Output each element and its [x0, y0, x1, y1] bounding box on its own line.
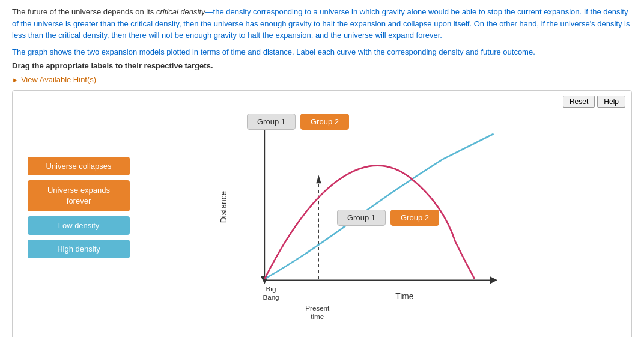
instruction-paragraph2: The graph shows the two expansion models… — [12, 46, 632, 58]
svg-marker-3 — [316, 175, 321, 184]
big-bang-label: Big — [266, 285, 276, 293]
hint-link[interactable]: ► View Available Hint(s) — [12, 75, 632, 84]
group2-mid-label[interactable]: Group 2 — [390, 210, 439, 226]
label-universe-collapses[interactable]: Universe collapses — [28, 157, 130, 175]
hint-arrow-icon: ► — [12, 76, 19, 83]
intro-paragraph1: The future of the universe depends on it… — [12, 6, 632, 41]
label-low-density[interactable]: Low density — [28, 216, 130, 235]
critical-density-term: critical density — [156, 7, 205, 16]
group1-mid-label[interactable]: Group 1 — [337, 210, 386, 226]
big-bang-label2: Bang — [263, 293, 279, 301]
present-time-label2: time — [311, 312, 324, 320]
group-labels-top: Group 1 Group 2 — [247, 114, 349, 130]
group-labels-mid: Group 1 Group 2 — [337, 210, 439, 226]
intro-text-highlight: —the density corresponding to a universe… — [12, 7, 630, 40]
hint-text: View Available Hint(s) — [21, 75, 96, 84]
label-universe-expands[interactable]: Universe expandsforever — [28, 180, 130, 211]
graph-area: Group 1 Group 2 Group 1 Group 2 — [139, 103, 625, 337]
group2-top-label[interactable]: Group 2 — [300, 114, 349, 130]
present-time-label: Present — [305, 304, 330, 312]
x-axis-label: Time — [395, 292, 413, 301]
label-high-density[interactable]: High density — [28, 240, 130, 258]
content-area: Universe collapses Universe expandsforev… — [19, 103, 625, 337]
group1-top-label[interactable]: Group 1 — [247, 114, 296, 130]
labels-panel: Universe collapses Universe expandsforev… — [19, 151, 139, 337]
drag-instruction: Drag the appropriate labels to their res… — [12, 61, 632, 70]
y-axis-label: Distance — [219, 190, 228, 223]
main-container: Reset Help Universe collapses Universe e… — [12, 90, 632, 337]
